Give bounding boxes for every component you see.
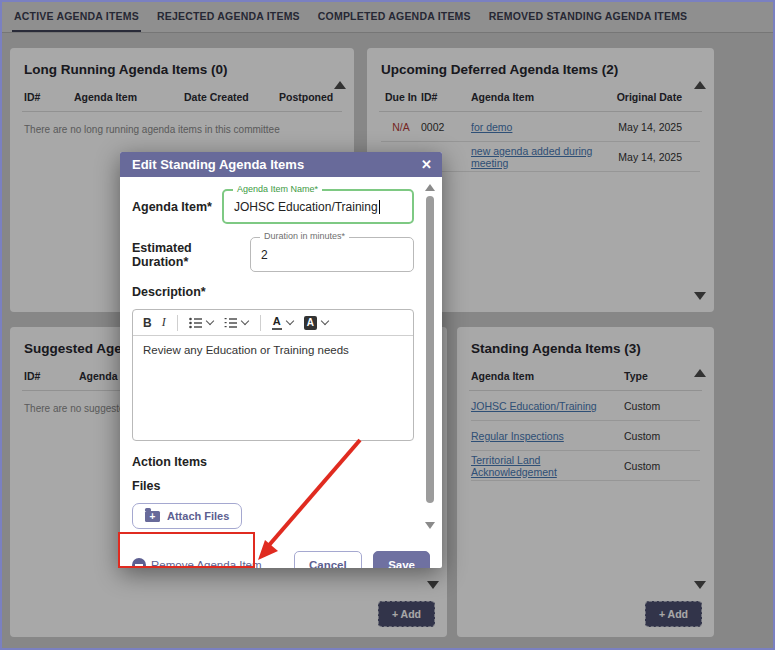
- chevron-down-icon: [205, 317, 213, 325]
- edit-standing-agenda-items-modal: Edit Standing Agenda Items ✕ Agenda Item…: [120, 152, 442, 568]
- font-color-icon[interactable]: A: [268, 313, 298, 331]
- action-items-heading: Action Items: [132, 455, 414, 469]
- bullet-list-icon[interactable]: [185, 315, 218, 331]
- ordered-list-icon[interactable]: [220, 315, 253, 331]
- text-caret: [379, 200, 380, 214]
- files-heading: Files: [132, 479, 414, 493]
- estimated-duration-label: Estimated Duration*: [132, 241, 250, 269]
- description-label: Description*: [132, 285, 414, 299]
- chevron-down-icon: [321, 317, 329, 325]
- close-icon[interactable]: ✕: [421, 158, 432, 171]
- save-button[interactable]: Save: [373, 551, 430, 568]
- description-editor: B I A A: [132, 309, 414, 441]
- agenda-item-name-value: JOHSC Education/Training: [234, 200, 378, 214]
- cancel-button[interactable]: Cancel: [294, 551, 362, 568]
- chevron-down-icon: [240, 317, 248, 325]
- scroll-down-icon[interactable]: [425, 522, 435, 529]
- agenda-item-label: Agenda Item*: [132, 200, 222, 214]
- agenda-item-name-input[interactable]: Agenda Item Name* JOHSC Education/Traini…: [222, 189, 414, 224]
- bold-icon[interactable]: B: [139, 314, 156, 332]
- italic-icon[interactable]: I: [158, 313, 170, 332]
- description-textarea[interactable]: Review any Education or Training needs: [133, 336, 413, 440]
- chevron-down-icon: [285, 317, 293, 325]
- modal-title: Edit Standing Agenda Items: [132, 157, 304, 172]
- remove-agenda-item-button[interactable]: Remove Agenda Item: [132, 558, 262, 568]
- agenda-item-name-floating-label: Agenda Item Name*: [233, 184, 322, 194]
- editor-toolbar: B I A A: [133, 310, 413, 336]
- highlight-color-icon[interactable]: A: [300, 314, 333, 332]
- scroll-up-icon[interactable]: [425, 184, 435, 191]
- modal-scrollbar: [425, 184, 435, 568]
- scrollbar-thumb[interactable]: [426, 196, 434, 503]
- attach-files-button[interactable]: Attach Files: [132, 503, 242, 529]
- minus-circle-icon: [132, 558, 146, 568]
- duration-floating-label: Duration in minutes*: [260, 231, 349, 241]
- duration-value: 2: [261, 248, 268, 262]
- duration-in-minutes-input[interactable]: Duration in minutes* 2: [250, 237, 414, 272]
- folder-plus-icon: [145, 511, 160, 522]
